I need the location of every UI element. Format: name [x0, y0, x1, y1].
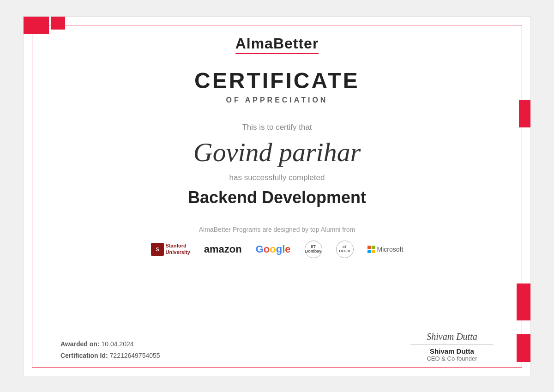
- certificate: AlmaBetter CERTIFICATE OF APPRECIATION T…: [23, 16, 531, 376]
- brand-underline: [235, 53, 319, 54]
- stanford-tree-icon: S: [153, 245, 162, 253]
- stanford-text: StanfordUniversity: [166, 243, 190, 255]
- ms-blue: [367, 250, 371, 253]
- corner-decoration-tl: [24, 17, 65, 54]
- awarded-label: Awarded on:: [60, 340, 100, 348]
- iit-delhi-logo: IITDELHI: [336, 241, 354, 258]
- brand-logo: AlmaBetter: [235, 35, 319, 54]
- g-letter-6: e: [285, 243, 290, 255]
- course-name: Backend Development: [188, 188, 366, 207]
- brand-name-part2: Better: [273, 35, 319, 52]
- g-letter-3: o: [270, 243, 276, 255]
- microsoft-text: Microsoft: [377, 246, 403, 253]
- amazon-text: amazon: [204, 243, 242, 255]
- brand-name: AlmaBetter: [235, 35, 319, 52]
- stanford-icon: S: [151, 243, 164, 256]
- awarded-on-row: Awarded on: 10.04.2024: [60, 338, 160, 350]
- certify-intro: This is to certify that: [242, 123, 312, 132]
- google-logo: Google: [256, 243, 291, 255]
- certificate-title: CERTIFICATE: [194, 68, 360, 93]
- partner-logos: S StanfordUniversity amazon Google IITBo…: [151, 241, 403, 258]
- corner-decoration-br1: [517, 283, 530, 320]
- svg-text:S: S: [156, 247, 159, 252]
- ms-red: [367, 246, 371, 249]
- microsoft-logo: Microsoft: [367, 246, 403, 253]
- iit-bombay-circle: IITBombay: [305, 241, 322, 258]
- cert-id-row: Certification Id: 72212649754055: [60, 350, 160, 362]
- g-letter-2: o: [264, 243, 270, 255]
- completed-text: has successfully completed: [229, 173, 325, 182]
- amazon-logo: amazon: [204, 243, 242, 255]
- signature-line: [410, 344, 494, 344]
- corner-decoration-tr: [519, 100, 530, 127]
- microsoft-grid-icon: [367, 246, 375, 253]
- footer: Awarded on: 10.04.2024 Certification Id:…: [60, 322, 494, 362]
- ms-yellow: [372, 250, 375, 253]
- ms-green: [372, 246, 375, 249]
- corner-decoration-br2: [517, 334, 530, 362]
- cert-id-label: Certification Id:: [60, 352, 108, 359]
- iit-delhi-circle: IITDELHI: [336, 241, 354, 258]
- iit-delhi-text: IITDELHI: [339, 245, 350, 253]
- alumni-text: AlmaBetter Programs are designed by top …: [199, 226, 355, 233]
- brand-name-part1: Alma: [235, 35, 273, 52]
- certificate-subtitle: OF APPRECIATION: [226, 96, 328, 104]
- google-text: Google: [256, 243, 291, 255]
- footer-right: Shivam Dutta Shivam Dutta CEO & Co-found…: [410, 332, 494, 362]
- iit-bombay-logo: IITBombay: [305, 241, 322, 258]
- signature-cursive: Shivam Dutta: [427, 332, 477, 342]
- signer-name: Shivam Dutta: [430, 347, 474, 355]
- awarded-date: 10.04.2024: [101, 340, 133, 348]
- cert-id-value: 72212649754055: [110, 352, 160, 359]
- footer-left: Awarded on: 10.04.2024 Certification Id:…: [60, 338, 160, 362]
- stanford-logo: S StanfordUniversity: [151, 243, 190, 256]
- g-letter-4: g: [276, 243, 282, 255]
- signer-title: CEO & Co-founder: [427, 355, 477, 362]
- g-letter-1: G: [256, 243, 264, 255]
- recipient-name: Govind parihar: [193, 137, 361, 168]
- iit-bombay-text: IITBombay: [305, 245, 322, 254]
